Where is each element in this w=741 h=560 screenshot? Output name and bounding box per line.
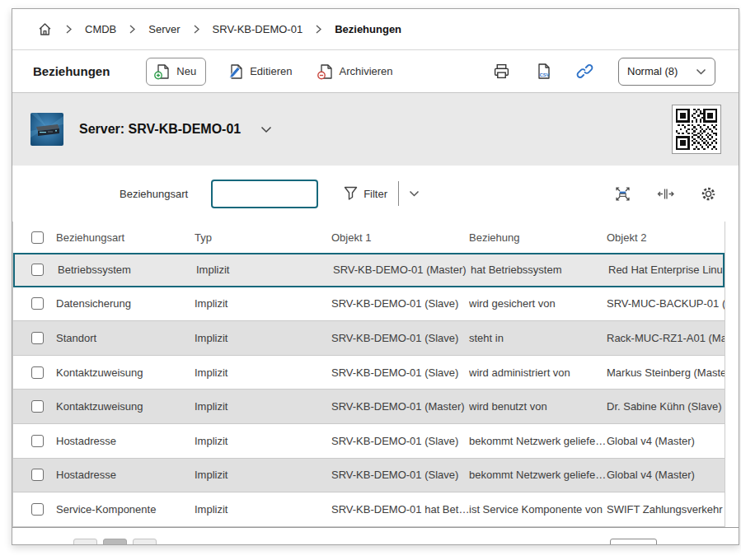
filter-row: Beziehungsart Filter xyxy=(12,166,739,222)
cell-objekt1: SRV-KB-DEMO-01 (Master) xyxy=(333,254,471,286)
table-row[interactable]: Standort Implizit SRV-KB-DEMO-01 (Slave)… xyxy=(13,321,725,356)
cell-objekt1: SRV-KB-DEMO-01 (Master) xyxy=(331,390,469,423)
cell-objekt2: Markus Steinberg (Master) xyxy=(607,356,725,390)
gear-icon xyxy=(700,185,717,203)
cell-objekt2: Global v4 (Master) xyxy=(607,424,725,458)
pagination-next-button[interactable] xyxy=(133,539,157,545)
row-checkbox[interactable] xyxy=(31,435,44,447)
select-all-checkbox[interactable] xyxy=(31,231,44,244)
cell-objekt2: Dr. Sabine Kühn (Slave) xyxy=(607,390,725,423)
column-header-objekt1[interactable]: Objekt 1 xyxy=(331,222,469,253)
object-title: Server: SRV-KB-DEMO-01 xyxy=(79,122,241,137)
table-row[interactable]: Hostadresse Implizit SRV-KB-DEMO-01 (Sla… xyxy=(13,424,725,459)
cell-objekt1: SRV-KB-DEMO-01 (Slave) xyxy=(331,424,469,458)
page-size-select[interactable] xyxy=(610,539,657,545)
table-header-row: Beziehungsart Typ Objekt 1 Beziehung Obj… xyxy=(13,222,725,253)
cell-objekt1: SRV-KB-DEMO-01 (Slave) xyxy=(331,321,469,355)
cell-beziehungsart: Service-Komponente xyxy=(56,492,195,526)
cell-typ: Implizit xyxy=(195,356,331,390)
qr-code-image xyxy=(676,109,717,150)
cell-beziehung: bekommt Netzwerk geliefe… xyxy=(469,424,607,458)
filter-options-button[interactable] xyxy=(409,190,420,197)
cell-beziehungsart: Hostadresse xyxy=(56,459,195,492)
table-row[interactable]: Hostadresse Implizit SRV-KB-DEMO-01 (Sla… xyxy=(13,459,725,493)
archive-button[interactable]: Archivieren xyxy=(317,63,393,80)
column-header-objekt2[interactable]: Objekt 2 xyxy=(607,222,725,253)
table-row[interactable]: Service-Komponente Implizit SRV-KB-DEMO-… xyxy=(13,492,725,527)
cell-beziehung: hat Betriebssystem xyxy=(471,254,608,286)
chevron-right-icon xyxy=(194,25,199,34)
row-checkbox[interactable] xyxy=(31,332,44,344)
settings-button[interactable] xyxy=(700,185,717,203)
cell-beziehung: wird administriert von xyxy=(469,356,607,390)
row-checkbox[interactable] xyxy=(31,366,44,379)
pagination-prev-button[interactable] xyxy=(73,539,97,545)
qr-code xyxy=(672,105,721,154)
object-dropdown-button[interactable] xyxy=(260,126,272,133)
cell-beziehung: wird gesichert von xyxy=(469,287,607,321)
column-header-beziehungsart[interactable]: Beziehungsart xyxy=(56,222,195,253)
chevron-down-icon xyxy=(260,126,272,133)
archive-button-label: Archivieren xyxy=(340,65,393,77)
cell-objekt1: SRV-KB-DEMO-01 hat Bet… xyxy=(331,492,469,526)
table-row[interactable]: Kontaktzuweisung Implizit SRV-KB-DEMO-01… xyxy=(13,390,725,424)
breadcrumb-item-current: Beziehungen xyxy=(335,23,401,35)
row-checkbox[interactable] xyxy=(31,264,44,276)
chevron-down-icon xyxy=(409,190,420,197)
column-resize-button[interactable] xyxy=(657,185,674,203)
filter-input[interactable] xyxy=(211,180,318,208)
filter-button[interactable]: Filter xyxy=(344,186,387,201)
cell-typ: Implizit xyxy=(195,287,331,321)
column-header-typ[interactable]: Typ xyxy=(195,222,331,253)
row-checkbox[interactable] xyxy=(31,503,44,516)
row-checkbox[interactable] xyxy=(31,297,44,310)
breadcrumb-item-object[interactable]: SRV-KB-DEMO-01 xyxy=(213,23,303,35)
csv-icon-label: CSV xyxy=(539,72,549,77)
maximize-button[interactable] xyxy=(614,185,631,203)
cell-beziehungsart: Datensicherung xyxy=(56,287,195,321)
cell-objekt2: Rack-MUC-RZ1-A01 (Mast… xyxy=(607,321,725,355)
cell-beziehung: bekommt Netzwerk geliefe… xyxy=(469,459,607,492)
row-checkbox[interactable] xyxy=(31,400,44,413)
table-row[interactable]: Kontaktzuweisung Implizit SRV-KB-DEMO-01… xyxy=(13,356,725,390)
breadcrumb-item-cmdb[interactable]: CMDB xyxy=(85,23,116,35)
link-icon xyxy=(576,63,593,80)
csv-export-button[interactable]: CSV xyxy=(535,63,551,80)
cell-objekt2: Red Hat Enterprise Linux 9… xyxy=(608,254,723,286)
view-count-select[interactable]: Normal (8) xyxy=(618,58,715,86)
cell-typ: Implizit xyxy=(196,254,333,286)
cell-objekt2: Global v4 (Master) xyxy=(607,459,725,492)
edit-button[interactable]: Editieren xyxy=(227,63,292,80)
cell-objekt1: SRV-KB-DEMO-01 (Slave) xyxy=(331,356,469,390)
cell-beziehungsart: Hostadresse xyxy=(56,424,195,458)
cell-typ: Implizit xyxy=(195,321,331,355)
permalink-button[interactable] xyxy=(576,63,593,80)
table-row[interactable]: Datensicherung Implizit SRV-KB-DEMO-01 (… xyxy=(13,287,725,322)
cell-typ: Implizit xyxy=(195,390,331,423)
home-button[interactable] xyxy=(37,21,53,37)
toolbar: Beziehungen Neu Editieren xyxy=(12,50,739,93)
cell-typ: Implizit xyxy=(195,492,331,526)
pagination-current-page-button[interactable] xyxy=(103,539,127,545)
pagination-bar xyxy=(12,527,739,545)
app-window: CMDB Server SRV-KB-DEMO-01 Beziehungen B… xyxy=(12,8,739,545)
document-minus-icon xyxy=(317,63,334,80)
cell-beziehungsart: Kontaktzuweisung xyxy=(56,390,195,423)
breadcrumb: CMDB Server SRV-KB-DEMO-01 Beziehungen xyxy=(12,9,739,50)
cell-typ: Implizit xyxy=(195,424,331,458)
object-header: Server: SRV-KB-DEMO-01 xyxy=(12,93,739,166)
breadcrumb-item-server[interactable]: Server xyxy=(148,23,180,35)
cell-objekt1: SRV-KB-DEMO-01 (Slave) xyxy=(331,287,469,321)
relations-table: Beziehungsart Typ Objekt 1 Beziehung Obj… xyxy=(12,222,725,527)
print-button[interactable] xyxy=(493,63,510,80)
server-image xyxy=(30,113,63,146)
funnel-icon xyxy=(344,186,358,201)
column-header-beziehung[interactable]: Beziehung xyxy=(469,222,607,253)
cell-objekt2: SRV-MUC-BACKUP-01 (M… xyxy=(607,287,725,321)
server-thumbnail xyxy=(30,113,63,146)
document-plus-icon xyxy=(154,63,171,80)
row-checkbox[interactable] xyxy=(31,469,44,481)
new-button[interactable]: Neu xyxy=(146,58,206,86)
home-icon xyxy=(37,21,53,37)
table-row[interactable]: Betriebssystem Implizit SRV-KB-DEMO-01 (… xyxy=(13,253,725,287)
